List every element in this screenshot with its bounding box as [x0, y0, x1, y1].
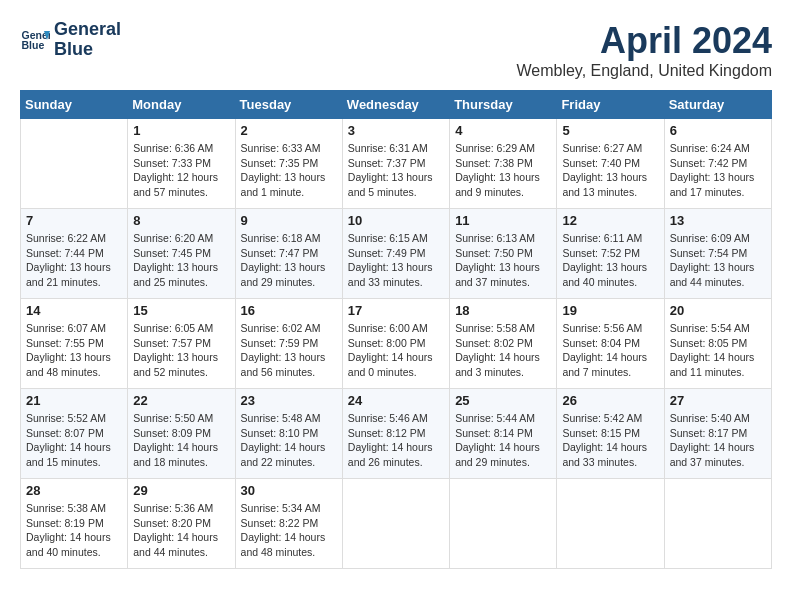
calendar-cell: 29Sunrise: 5:36 AMSunset: 8:20 PMDayligh…	[128, 479, 235, 569]
day-number: 22	[133, 393, 229, 408]
day-number: 13	[670, 213, 766, 228]
day-number: 10	[348, 213, 444, 228]
day-number: 23	[241, 393, 337, 408]
day-number: 2	[241, 123, 337, 138]
calendar-cell: 13Sunrise: 6:09 AMSunset: 7:54 PMDayligh…	[664, 209, 771, 299]
calendar-cell: 14Sunrise: 6:07 AMSunset: 7:55 PMDayligh…	[21, 299, 128, 389]
calendar-cell: 5Sunrise: 6:27 AMSunset: 7:40 PMDaylight…	[557, 119, 664, 209]
day-info: Sunrise: 6:33 AMSunset: 7:35 PMDaylight:…	[241, 141, 337, 200]
day-number: 25	[455, 393, 551, 408]
calendar-cell	[557, 479, 664, 569]
calendar-cell: 10Sunrise: 6:15 AMSunset: 7:49 PMDayligh…	[342, 209, 449, 299]
calendar-cell: 7Sunrise: 6:22 AMSunset: 7:44 PMDaylight…	[21, 209, 128, 299]
day-info: Sunrise: 6:22 AMSunset: 7:44 PMDaylight:…	[26, 231, 122, 290]
calendar-body: 1Sunrise: 6:36 AMSunset: 7:33 PMDaylight…	[21, 119, 772, 569]
calendar-cell: 28Sunrise: 5:38 AMSunset: 8:19 PMDayligh…	[21, 479, 128, 569]
day-info: Sunrise: 6:24 AMSunset: 7:42 PMDaylight:…	[670, 141, 766, 200]
logo: General Blue General Blue	[20, 20, 121, 60]
day-info: Sunrise: 6:29 AMSunset: 7:38 PMDaylight:…	[455, 141, 551, 200]
calendar-cell: 25Sunrise: 5:44 AMSunset: 8:14 PMDayligh…	[450, 389, 557, 479]
calendar-cell: 16Sunrise: 6:02 AMSunset: 7:59 PMDayligh…	[235, 299, 342, 389]
day-number: 18	[455, 303, 551, 318]
day-info: Sunrise: 5:52 AMSunset: 8:07 PMDaylight:…	[26, 411, 122, 470]
calendar-cell: 18Sunrise: 5:58 AMSunset: 8:02 PMDayligh…	[450, 299, 557, 389]
calendar-cell: 3Sunrise: 6:31 AMSunset: 7:37 PMDaylight…	[342, 119, 449, 209]
day-info: Sunrise: 6:00 AMSunset: 8:00 PMDaylight:…	[348, 321, 444, 380]
day-number: 21	[26, 393, 122, 408]
day-info: Sunrise: 6:13 AMSunset: 7:50 PMDaylight:…	[455, 231, 551, 290]
day-number: 11	[455, 213, 551, 228]
day-number: 29	[133, 483, 229, 498]
day-info: Sunrise: 5:50 AMSunset: 8:09 PMDaylight:…	[133, 411, 229, 470]
calendar-week-2: 7Sunrise: 6:22 AMSunset: 7:44 PMDaylight…	[21, 209, 772, 299]
calendar-cell: 26Sunrise: 5:42 AMSunset: 8:15 PMDayligh…	[557, 389, 664, 479]
calendar-cell: 4Sunrise: 6:29 AMSunset: 7:38 PMDaylight…	[450, 119, 557, 209]
calendar-cell: 30Sunrise: 5:34 AMSunset: 8:22 PMDayligh…	[235, 479, 342, 569]
calendar-cell: 8Sunrise: 6:20 AMSunset: 7:45 PMDaylight…	[128, 209, 235, 299]
header-cell-wednesday: Wednesday	[342, 91, 449, 119]
day-info: Sunrise: 5:38 AMSunset: 8:19 PMDaylight:…	[26, 501, 122, 560]
calendar-cell: 1Sunrise: 6:36 AMSunset: 7:33 PMDaylight…	[128, 119, 235, 209]
day-info: Sunrise: 5:46 AMSunset: 8:12 PMDaylight:…	[348, 411, 444, 470]
day-number: 15	[133, 303, 229, 318]
day-info: Sunrise: 5:42 AMSunset: 8:15 PMDaylight:…	[562, 411, 658, 470]
calendar-cell: 21Sunrise: 5:52 AMSunset: 8:07 PMDayligh…	[21, 389, 128, 479]
day-info: Sunrise: 6:31 AMSunset: 7:37 PMDaylight:…	[348, 141, 444, 200]
day-info: Sunrise: 5:44 AMSunset: 8:14 PMDaylight:…	[455, 411, 551, 470]
calendar-cell: 12Sunrise: 6:11 AMSunset: 7:52 PMDayligh…	[557, 209, 664, 299]
day-number: 1	[133, 123, 229, 138]
calendar-cell: 15Sunrise: 6:05 AMSunset: 7:57 PMDayligh…	[128, 299, 235, 389]
calendar-cell: 22Sunrise: 5:50 AMSunset: 8:09 PMDayligh…	[128, 389, 235, 479]
header-cell-tuesday: Tuesday	[235, 91, 342, 119]
day-number: 28	[26, 483, 122, 498]
day-info: Sunrise: 5:36 AMSunset: 8:20 PMDaylight:…	[133, 501, 229, 560]
day-number: 12	[562, 213, 658, 228]
day-info: Sunrise: 6:02 AMSunset: 7:59 PMDaylight:…	[241, 321, 337, 380]
calendar-cell: 23Sunrise: 5:48 AMSunset: 8:10 PMDayligh…	[235, 389, 342, 479]
calendar-cell: 20Sunrise: 5:54 AMSunset: 8:05 PMDayligh…	[664, 299, 771, 389]
header-cell-saturday: Saturday	[664, 91, 771, 119]
calendar-header: SundayMondayTuesdayWednesdayThursdayFrid…	[21, 91, 772, 119]
calendar-cell: 2Sunrise: 6:33 AMSunset: 7:35 PMDaylight…	[235, 119, 342, 209]
day-number: 17	[348, 303, 444, 318]
calendar-cell: 17Sunrise: 6:00 AMSunset: 8:00 PMDayligh…	[342, 299, 449, 389]
day-number: 24	[348, 393, 444, 408]
day-number: 7	[26, 213, 122, 228]
header-cell-friday: Friday	[557, 91, 664, 119]
calendar-table: SundayMondayTuesdayWednesdayThursdayFrid…	[20, 90, 772, 569]
day-info: Sunrise: 6:07 AMSunset: 7:55 PMDaylight:…	[26, 321, 122, 380]
day-number: 16	[241, 303, 337, 318]
calendar-week-3: 14Sunrise: 6:07 AMSunset: 7:55 PMDayligh…	[21, 299, 772, 389]
day-info: Sunrise: 6:15 AMSunset: 7:49 PMDaylight:…	[348, 231, 444, 290]
calendar-week-1: 1Sunrise: 6:36 AMSunset: 7:33 PMDaylight…	[21, 119, 772, 209]
day-info: Sunrise: 6:20 AMSunset: 7:45 PMDaylight:…	[133, 231, 229, 290]
header-cell-thursday: Thursday	[450, 91, 557, 119]
day-info: Sunrise: 5:34 AMSunset: 8:22 PMDaylight:…	[241, 501, 337, 560]
day-info: Sunrise: 6:36 AMSunset: 7:33 PMDaylight:…	[133, 141, 229, 200]
page-header: General Blue General Blue April 2024 Wem…	[20, 20, 772, 80]
day-number: 19	[562, 303, 658, 318]
day-number: 4	[455, 123, 551, 138]
day-number: 26	[562, 393, 658, 408]
day-info: Sunrise: 6:05 AMSunset: 7:57 PMDaylight:…	[133, 321, 229, 380]
day-number: 27	[670, 393, 766, 408]
header-cell-sunday: Sunday	[21, 91, 128, 119]
calendar-cell	[450, 479, 557, 569]
calendar-cell	[342, 479, 449, 569]
header-cell-monday: Monday	[128, 91, 235, 119]
day-info: Sunrise: 5:54 AMSunset: 8:05 PMDaylight:…	[670, 321, 766, 380]
day-info: Sunrise: 6:18 AMSunset: 7:47 PMDaylight:…	[241, 231, 337, 290]
day-info: Sunrise: 5:58 AMSunset: 8:02 PMDaylight:…	[455, 321, 551, 380]
calendar-cell: 19Sunrise: 5:56 AMSunset: 8:04 PMDayligh…	[557, 299, 664, 389]
day-info: Sunrise: 6:11 AMSunset: 7:52 PMDaylight:…	[562, 231, 658, 290]
day-info: Sunrise: 6:27 AMSunset: 7:40 PMDaylight:…	[562, 141, 658, 200]
day-number: 8	[133, 213, 229, 228]
calendar-cell: 9Sunrise: 6:18 AMSunset: 7:47 PMDaylight…	[235, 209, 342, 299]
title-section: April 2024 Wembley, England, United King…	[516, 20, 772, 80]
day-info: Sunrise: 6:09 AMSunset: 7:54 PMDaylight:…	[670, 231, 766, 290]
day-number: 5	[562, 123, 658, 138]
calendar-week-5: 28Sunrise: 5:38 AMSunset: 8:19 PMDayligh…	[21, 479, 772, 569]
day-number: 14	[26, 303, 122, 318]
calendar-cell: 6Sunrise: 6:24 AMSunset: 7:42 PMDaylight…	[664, 119, 771, 209]
day-info: Sunrise: 5:48 AMSunset: 8:10 PMDaylight:…	[241, 411, 337, 470]
